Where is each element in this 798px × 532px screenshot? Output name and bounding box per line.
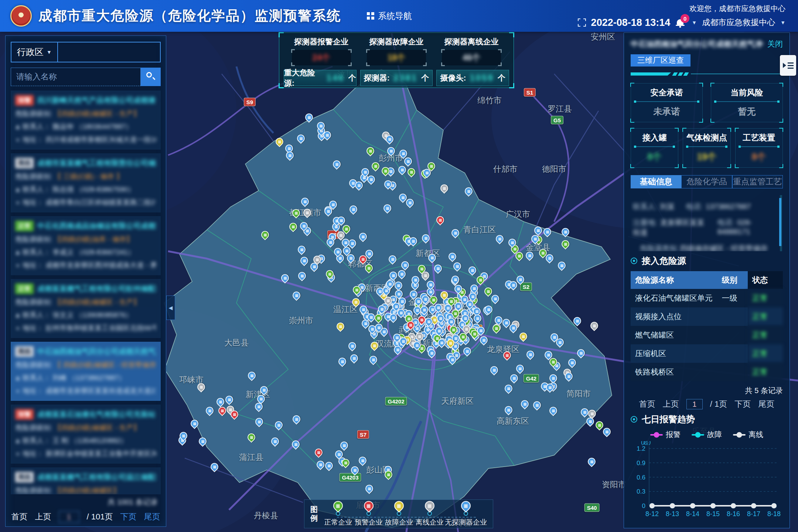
enterprise-marker-blue[interactable]: ▦: [290, 439, 301, 450]
enterprise-marker-gray[interactable]: ▦: [589, 320, 600, 331]
search-input[interactable]: [11, 68, 141, 86]
table-row[interactable]: 燃气储罐区正常: [631, 326, 783, 344]
enterprise-marker-blue[interactable]: ▦: [299, 255, 310, 266]
pagination-next[interactable]: 下页: [734, 399, 751, 410]
pagination-first[interactable]: 首页: [11, 511, 28, 522]
enterprise-marker-blue[interactable]: ▦: [299, 196, 310, 207]
enterprise-marker-blue[interactable]: ▦: [567, 357, 578, 368]
table-row[interactable]: 视频接入点位正常: [631, 307, 783, 326]
legend-item[interactable]: ▦预警企业: [354, 501, 384, 527]
search-button[interactable]: [141, 68, 161, 86]
enterprise-marker-blue[interactable]: ▦: [467, 265, 478, 276]
enterprise-marker-blue[interactable]: ▦: [519, 399, 531, 410]
fullscreen-icon[interactable]: [578, 18, 586, 27]
enterprise-marker-blue[interactable]: ▦: [494, 233, 505, 245]
enterprise-marker-red[interactable]: ▦: [434, 215, 446, 226]
enterprise-marker-blue[interactable]: ▦: [601, 426, 612, 437]
enterprise-marker-blue[interactable]: ▦: [576, 348, 587, 359]
enterprise-marker-blue[interactable]: ▦: [450, 228, 461, 239]
enterprise-marker-yellow[interactable]: ▦: [274, 136, 285, 147]
page-number-input[interactable]: [59, 511, 79, 523]
legend-item[interactable]: ▦无探测器企业: [445, 501, 487, 527]
enterprise-marker-green[interactable]: ▦: [370, 160, 381, 171]
enterprise-marker-green[interactable]: ▦: [560, 239, 571, 250]
enterprise-marker-green[interactable]: ▦: [290, 207, 301, 218]
tab-基础信息[interactable]: 基础信息: [631, 175, 681, 189]
enterprise-marker-blue[interactable]: ▦: [189, 418, 200, 429]
enterprise-marker-blue[interactable]: ▦: [427, 252, 438, 263]
enterprise-marker-green[interactable]: ▦: [260, 229, 271, 241]
enterprise-marker-blue[interactable]: ▦: [463, 186, 474, 197]
pagination-last[interactable]: 尾页: [144, 511, 160, 522]
table-row[interactable]: 液化石油气储罐区单元一级正常: [631, 289, 783, 307]
enterprise-marker-blue[interactable]: ▦: [525, 349, 536, 360]
enterprise-marker-yellow[interactable]: ▦: [518, 331, 529, 342]
company-card[interactable]: 报警成都某某石油液化气有限公司充装站危险源级别: 【四级(D级)储罐区 - 生产…: [11, 405, 161, 464]
enterprise-marker-blue[interactable]: ▦: [462, 346, 473, 357]
enterprise-marker-blue[interactable]: ▦: [209, 461, 220, 473]
enterprise-marker-blue[interactable]: ▦: [246, 370, 258, 381]
region-filter-select[interactable]: 行政区 ▼: [11, 42, 58, 62]
enterprise-marker-blue[interactable]: ▦: [337, 356, 348, 367]
pagination-last[interactable]: 尾页: [758, 399, 774, 410]
enterprise-marker-blue[interactable]: ▦: [556, 260, 567, 271]
close-button[interactable]: 关闭: [767, 39, 783, 49]
enterprise-marker-red[interactable]: ▦: [502, 350, 513, 361]
enterprise-marker-blue[interactable]: ▦: [224, 394, 235, 405]
notification-bell-icon[interactable]: 0: [675, 16, 686, 29]
company-card[interactable]: 离线成都市某某燃气工程有限责任公司储配站危险源级别: 【 三级(C级) - 储存…: [11, 153, 161, 212]
enterprise-marker-blue[interactable]: ▦: [295, 133, 306, 144]
sidebar-collapse-arrow[interactable]: ◀: [166, 296, 175, 320]
enterprise-marker-green[interactable]: ▦: [364, 263, 375, 274]
company-card[interactable]: 正常成都某某燃气工程有限公司彭州储配站危险源级别: 【四级(D级)储罐区 - 生…: [11, 279, 161, 338]
enterprise-marker-blue[interactable]: ▦: [489, 365, 500, 376]
company-card[interactable]: 正常中石化西南成品油储运有限公司成都油库危险源级别: 【四级(D级)油库 - 储…: [11, 216, 161, 275]
trend-legend-item-故障[interactable]: 故障: [692, 430, 722, 440]
enterprise-marker-gray[interactable]: ▦: [439, 183, 450, 194]
enterprise-marker-blue[interactable]: ▦: [450, 274, 461, 285]
enterprise-marker-blue[interactable]: ▦: [397, 164, 408, 175]
enterprise-marker-yellow[interactable]: ▦: [335, 321, 346, 332]
enterprise-marker-green[interactable]: ▦: [246, 432, 257, 443]
enterprise-marker-blue[interactable]: ▦: [532, 225, 543, 236]
enterprise-marker-blue[interactable]: ▦: [548, 405, 559, 416]
enterprise-marker-blue[interactable]: ▦: [364, 483, 375, 494]
enterprise-marker-red[interactable]: ▦: [217, 405, 228, 416]
enterprise-marker-yellow[interactable]: ▦: [351, 296, 362, 307]
enterprise-marker-blue[interactable]: ▦: [396, 269, 407, 280]
enterprise-marker-blue[interactable]: ▦: [331, 158, 342, 170]
enterprise-marker-blue[interactable]: ▦: [584, 416, 596, 427]
enterprise-marker-blue[interactable]: ▦: [296, 270, 307, 282]
enterprise-marker-blue[interactable]: ▦: [452, 261, 463, 272]
enterprise-marker-blue[interactable]: ▦: [532, 400, 543, 411]
pagination-next[interactable]: 下页: [120, 511, 136, 522]
enterprise-marker-blue[interactable]: ▦: [509, 372, 520, 383]
enterprise-marker-blue[interactable]: ▦: [447, 251, 458, 262]
table-row[interactable]: 铁路栈桥区正常: [631, 363, 783, 381]
enterprise-marker-blue[interactable]: ▦: [323, 460, 334, 471]
region-filter-value[interactable]: [58, 42, 161, 62]
enterprise-marker-blue[interactable]: ▦: [382, 203, 393, 214]
enterprise-marker-green[interactable]: ▦: [365, 146, 376, 157]
enterprise-marker-blue[interactable]: ▦: [291, 290, 302, 301]
enterprise-marker-blue[interactable]: ▦: [572, 316, 583, 327]
table-row[interactable]: 压缩机区正常: [631, 344, 783, 363]
tab-危险化学品[interactable]: 危险化学品: [681, 175, 732, 189]
enterprise-marker-blue[interactable]: ▦: [524, 250, 535, 261]
enterprise-marker-blue[interactable]: ▦: [490, 293, 501, 304]
enterprise-marker-blue[interactable]: ▦: [338, 440, 349, 451]
expand-detail-icon[interactable]: [780, 55, 796, 76]
trend-legend-item-离线[interactable]: 离线: [733, 430, 763, 440]
enterprise-marker-blue[interactable]: ▦: [514, 363, 525, 374]
legend-item[interactable]: ▦离线企业: [415, 501, 445, 527]
system-nav-button[interactable]: 系统导航: [367, 10, 412, 22]
enterprise-marker-blue[interactable]: ▦: [273, 420, 284, 431]
company-card[interactable]: 离线成都某某燃气工程有限公司温江储配站危险源级别: 【四级(D级)储罐区】♟联系…: [11, 467, 161, 494]
enterprise-marker-blue[interactable]: ▦: [542, 226, 553, 238]
enterprise-marker-blue[interactable]: ▦: [348, 204, 359, 215]
enterprise-marker-blue[interactable]: ▦: [253, 416, 265, 427]
tab-重点监管工艺[interactable]: 重点监管工艺: [732, 175, 783, 189]
legend-item[interactable]: ▦正常企业: [323, 501, 354, 527]
enterprise-marker-blue[interactable]: ▦: [548, 372, 559, 383]
company-card[interactable]: 离线中石油西南油气田分公司成都天然气净化气储配库危险源级别: 【 四级(D级)储…: [11, 342, 161, 401]
